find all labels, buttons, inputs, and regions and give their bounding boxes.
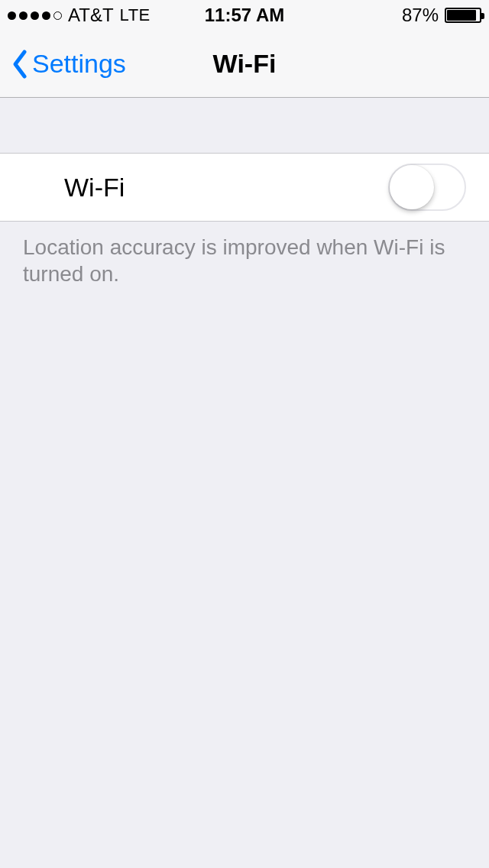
network-type-label: LTE: [120, 5, 151, 25]
signal-strength-icon: [8, 11, 62, 20]
page-title: Wi-Fi: [213, 49, 277, 79]
wifi-toggle-row: Wi-Fi: [0, 153, 489, 222]
chevron-left-icon: [11, 49, 29, 79]
battery-percent-label: 87%: [402, 5, 439, 26]
wifi-toggle[interactable]: [388, 164, 466, 211]
section-spacer: [0, 98, 489, 153]
clock-label: 11:57 AM: [205, 5, 284, 26]
wifi-row-label: Wi-Fi: [64, 173, 125, 202]
status-bar: AT&T LTE 11:57 AM 87%: [0, 0, 489, 31]
back-button[interactable]: Settings: [11, 49, 126, 79]
status-left: AT&T LTE: [8, 5, 151, 26]
battery-icon: [445, 8, 481, 23]
status-right: 87%: [402, 5, 481, 26]
toggle-knob-icon: [390, 165, 434, 209]
carrier-label: AT&T: [68, 5, 114, 26]
nav-bar: Settings Wi-Fi: [0, 31, 489, 98]
back-button-label: Settings: [32, 49, 126, 79]
section-footer-text: Location accuracy is improved when Wi-Fi…: [0, 222, 489, 300]
